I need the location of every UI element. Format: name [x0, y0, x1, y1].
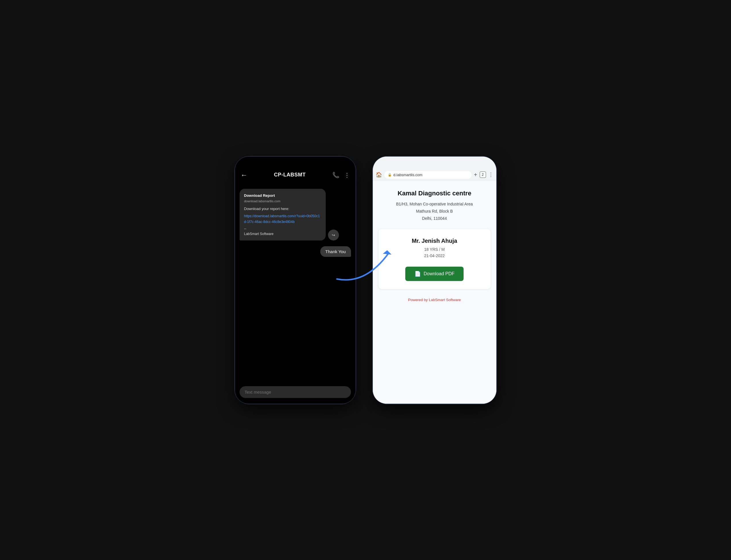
patient-date: 21-04-2022 — [424, 253, 445, 258]
back-button[interactable]: ← — [241, 171, 248, 179]
browser-menu-icon[interactable]: ⋮ — [488, 172, 493, 178]
lab-address-line1: B1/H3, Mohan Co-operative Industrial Are… — [396, 202, 473, 206]
message-link[interactable]: https://download.labsmartlis.com/r?uuid=… — [244, 214, 320, 224]
scene: ← CP-LABSMT 📞 ⋮ Download Report download… — [208, 145, 524, 415]
pdf-icon: 📄 — [414, 271, 421, 277]
tab-count-button[interactable]: 2 — [480, 172, 486, 178]
sms-body: Download Report download.labsmartlis.com… — [235, 183, 356, 383]
message-separator: -- — [244, 227, 247, 231]
browser-chrome: 🏠 🔒 d.labsmartlis.com + 2 ⋮ — [373, 157, 496, 181]
sms-text-input[interactable] — [240, 386, 351, 398]
share-button[interactable]: ↪ — [328, 230, 339, 240]
left-phone: ← CP-LABSMT 📞 ⋮ Download Report download… — [235, 157, 356, 404]
message-domain: download.labsmartlis.com — [244, 199, 321, 204]
lab-name: Kamal Diagnostic centre — [397, 190, 471, 197]
call-icon[interactable]: 📞 — [332, 172, 340, 178]
lab-address-line2: Mathura Rd, Block B — [416, 209, 453, 213]
browser-content: Kamal Diagnostic centre B1/H3, Mohan Co-… — [373, 181, 496, 404]
outgoing-message-bubble: Thank You — [320, 246, 351, 257]
lock-icon: 🔒 — [388, 173, 392, 177]
home-icon[interactable]: 🏠 — [376, 172, 382, 178]
powered-by-text: Powered by — [408, 298, 429, 302]
message-brand: LabSmart Software — [244, 232, 274, 236]
patient-card: Mr. Jenish Ahuja 18 YRS / M 21-04-2022 📄… — [378, 229, 490, 289]
download-btn-label: Download PDF — [424, 271, 455, 276]
right-phone: 🏠 🔒 d.labsmartlis.com + 2 ⋮ Kamal Diagno… — [373, 157, 496, 404]
new-tab-button[interactable]: + — [474, 172, 477, 178]
message-body: Download your report here: — [244, 206, 321, 212]
right-phone-screen: 🏠 🔒 d.labsmartlis.com + 2 ⋮ Kamal Diagno… — [373, 157, 496, 404]
message-footer: -- LabSmart Software — [244, 226, 321, 236]
message-sender: Download Report — [244, 193, 321, 199]
sms-header: ← CP-LABSMT 📞 ⋮ — [235, 157, 356, 183]
sms-contact-name: CP-LABSMT — [274, 172, 306, 178]
left-phone-screen: ← CP-LABSMT 📞 ⋮ Download Report download… — [235, 157, 356, 404]
lab-address: B1/H3, Mohan Co-operative Industrial Are… — [396, 201, 473, 222]
download-pdf-button[interactable]: 📄 Download PDF — [405, 267, 464, 281]
powered-by: Powered by LabSmart Software — [408, 298, 461, 302]
patient-name: Mr. Jenish Ahuja — [411, 238, 457, 244]
powered-by-brand: LabSmart Software — [429, 298, 461, 302]
more-options-icon[interactable]: ⋮ — [344, 172, 350, 178]
sms-header-actions: 📞 ⋮ — [332, 172, 350, 178]
incoming-message-bubble: Download Report download.labsmartlis.com… — [240, 189, 326, 241]
lab-address-line3: Delhi, 110044 — [422, 216, 447, 221]
sms-input-area — [235, 383, 356, 404]
url-bar[interactable]: 🔒 d.labsmartlis.com — [384, 171, 472, 179]
outgoing-message-wrapper: Thank You — [240, 246, 351, 257]
incoming-message-wrapper: Download Report download.labsmartlis.com… — [240, 189, 351, 241]
url-text: d.labsmartlis.com — [393, 173, 422, 177]
patient-age-gender: 18 YRS / M — [424, 247, 445, 252]
